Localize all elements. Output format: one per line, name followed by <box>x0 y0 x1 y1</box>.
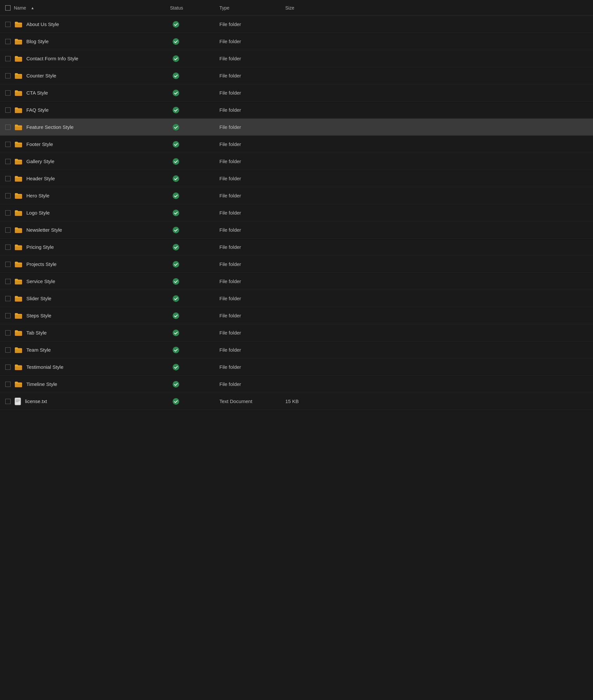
svg-point-19 <box>173 347 179 353</box>
status-synced-icon <box>173 175 179 182</box>
row-checkbox[interactable] <box>5 399 10 404</box>
item-name: Gallery Style <box>26 158 54 164</box>
svg-point-16 <box>173 295 179 302</box>
header-type-label: Type <box>220 5 229 10</box>
row-checkbox[interactable] <box>5 56 10 61</box>
status-synced-icon <box>173 329 179 336</box>
table-row[interactable]: Service Style File folder <box>0 273 593 290</box>
status-cell <box>170 227 220 233</box>
status-cell <box>170 124 220 130</box>
table-row[interactable]: Blog Style File folder <box>0 33 593 50</box>
row-checkbox[interactable] <box>5 296 10 301</box>
table-row[interactable]: Logo Style File folder <box>0 204 593 222</box>
table-header: Name ▲ Status Type Size <box>0 0 593 16</box>
table-row[interactable]: Header Style File folder <box>0 170 593 187</box>
row-checkbox[interactable] <box>5 159 10 164</box>
item-name: Blog Style <box>26 39 49 44</box>
status-cell <box>170 73 220 79</box>
status-synced-icon <box>173 209 179 216</box>
row-checkbox[interactable] <box>5 73 10 78</box>
row-checkbox[interactable] <box>5 313 10 318</box>
svg-point-2 <box>173 55 179 62</box>
svg-rect-22 <box>15 398 21 405</box>
table-row[interactable]: Hero Style File folder <box>0 187 593 204</box>
type-cell: File folder <box>220 90 285 95</box>
svg-point-17 <box>173 312 179 319</box>
status-cell <box>170 21 220 28</box>
type-cell: File folder <box>220 158 285 164</box>
table-row[interactable]: Feature Section Style File folder <box>0 119 593 136</box>
name-cell: Contact Form Info Style <box>5 55 170 62</box>
table-row[interactable]: Steps Style File folder <box>0 307 593 324</box>
row-checkbox[interactable] <box>5 347 10 353</box>
type-cell: File folder <box>220 381 285 387</box>
type-cell: File folder <box>220 330 285 336</box>
row-checkbox[interactable] <box>5 279 10 284</box>
item-name: Logo Style <box>26 210 50 216</box>
name-cell: Blog Style <box>5 38 170 45</box>
folder-icon <box>14 312 23 319</box>
type-cell: File folder <box>220 261 285 267</box>
header-checkbox[interactable] <box>5 5 10 10</box>
row-checkbox[interactable] <box>5 22 10 27</box>
table-row[interactable]: Testimonial Style File folder <box>0 358 593 376</box>
status-synced-icon <box>173 124 179 130</box>
item-name: Counter Style <box>26 73 56 78</box>
row-checkbox[interactable] <box>5 244 10 250</box>
status-cell <box>170 90 220 96</box>
name-cell: Pricing Style <box>5 244 170 250</box>
table-row[interactable]: license.txt Text Document 15 KB <box>0 393 593 410</box>
folder-icon <box>14 329 23 336</box>
table-row[interactable]: CTA Style File folder <box>0 84 593 102</box>
item-name: Footer Style <box>26 142 53 147</box>
sort-arrow[interactable]: ▲ <box>31 6 34 10</box>
table-row[interactable]: Team Style File folder <box>0 342 593 358</box>
folder-icon <box>14 90 23 96</box>
status-synced-icon <box>173 107 179 113</box>
row-checkbox[interactable] <box>5 262 10 267</box>
name-cell: FAQ Style <box>5 107 170 113</box>
header-size-label: Size <box>285 5 294 10</box>
item-name: Contact Form Info Style <box>26 56 78 61</box>
table-row[interactable]: Contact Form Info Style File folder <box>0 50 593 67</box>
row-checkbox[interactable] <box>5 364 10 370</box>
name-cell: Slider Style <box>5 295 170 302</box>
table-row[interactable]: Counter Style File folder <box>0 67 593 84</box>
table-row[interactable]: FAQ Style File folder <box>0 102 593 119</box>
table-row[interactable]: Slider Style File folder <box>0 290 593 307</box>
row-checkbox[interactable] <box>5 39 10 44</box>
table-row[interactable]: Pricing Style File folder <box>0 239 593 256</box>
row-checkbox[interactable] <box>5 382 10 387</box>
table-row[interactable]: Tab Style File folder <box>0 324 593 342</box>
row-checkbox[interactable] <box>5 108 10 113</box>
table-row[interactable]: Gallery Style File folder <box>0 153 593 170</box>
row-checkbox[interactable] <box>5 210 10 216</box>
name-cell: Gallery Style <box>5 158 170 165</box>
table-row[interactable]: Footer Style File folder <box>0 136 593 153</box>
type-cell: File folder <box>220 278 285 284</box>
folder-icon <box>14 261 23 268</box>
item-name: Slider Style <box>26 296 51 301</box>
status-cell <box>170 141 220 148</box>
table-row[interactable]: Projects Style File folder <box>0 256 593 273</box>
status-cell <box>170 55 220 62</box>
table-row[interactable]: About Us Style File folder <box>0 16 593 33</box>
folder-icon <box>14 124 23 130</box>
row-checkbox[interactable] <box>5 193 10 198</box>
status-synced-icon <box>173 381 179 388</box>
row-checkbox[interactable] <box>5 125 10 130</box>
status-synced-icon <box>173 73 179 79</box>
status-cell <box>170 38 220 45</box>
table-row[interactable]: Newsletter Style File folder <box>0 222 593 239</box>
row-checkbox[interactable] <box>5 330 10 336</box>
table-row[interactable]: Timeline Style File folder <box>0 376 593 393</box>
header-status-label: Status <box>170 5 183 10</box>
item-name: Header Style <box>26 176 55 181</box>
item-name: Tab Style <box>26 330 47 336</box>
row-checkbox[interactable] <box>5 90 10 95</box>
type-cell: File folder <box>220 347 285 353</box>
row-checkbox[interactable] <box>5 227 10 233</box>
row-checkbox[interactable] <box>5 176 10 181</box>
row-checkbox[interactable] <box>5 142 10 147</box>
status-synced-icon <box>173 227 179 233</box>
